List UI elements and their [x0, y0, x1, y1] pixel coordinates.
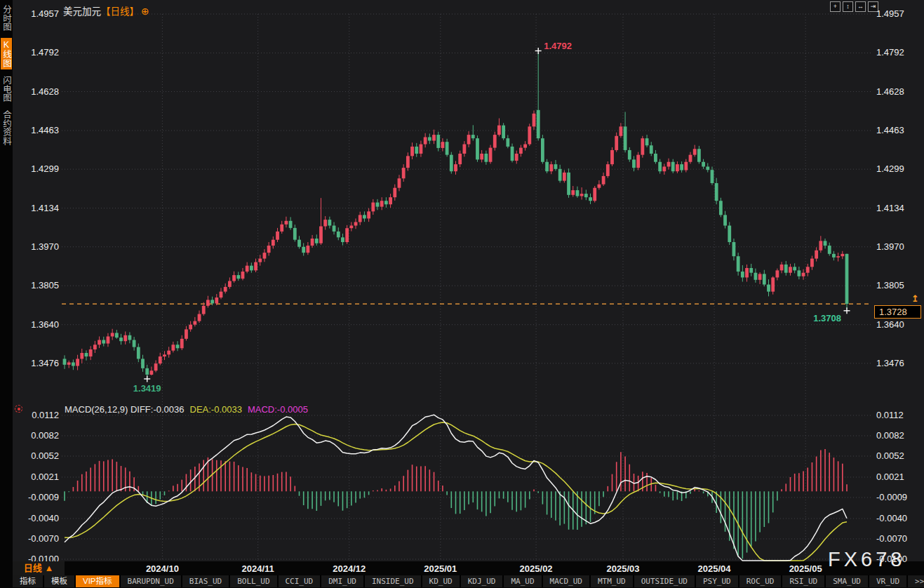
price-tick-label: 1.4792	[14, 47, 59, 58]
macd-tick-label: -0.0070	[14, 533, 59, 544]
price-tick-label: 1.4792	[876, 47, 921, 58]
tabs-overflow-button[interactable]: >>	[908, 575, 924, 587]
macd-tick-label: -0.0009	[876, 492, 921, 502]
price-tick-label: 1.4957	[14, 8, 59, 19]
indicator-tab-SMA_UD[interactable]: SMA_UD	[826, 575, 869, 587]
price-tick-label: 1.3970	[14, 241, 59, 252]
left-sidebar: 分时图K线图闪电图合约资料	[0, 0, 13, 588]
candlestick-series	[63, 53, 849, 376]
indicator-tab-BOLL_UD[interactable]: BOLL_UD	[230, 575, 278, 587]
period-selector[interactable]: 日线 ▲	[13, 561, 65, 575]
indicator-tab-指标[interactable]: 指标	[13, 575, 44, 587]
macd-header: MACD(26,12,9) DIFF:-0.0036DEA:-0.0033MAC…	[65, 404, 308, 415]
price-tick-label: 1.4299	[876, 163, 921, 174]
indicator-tab-KDJ_UD[interactable]: KDJ_UD	[461, 575, 504, 587]
price-tick-label: 1.3640	[876, 319, 921, 330]
sidebar-item-0[interactable]: 分时图	[1, 3, 12, 34]
indicator-tab-模板[interactable]: 模板	[44, 575, 76, 587]
price-tick-label: 1.4628	[14, 86, 59, 97]
sidebar-item-1[interactable]: K线图	[1, 38, 12, 69]
low-price-label: 1.3419	[125, 383, 170, 394]
price-tick-label: 1.4134	[876, 203, 921, 213]
indicator-tab-PSY_UD[interactable]: PSY_UD	[696, 575, 739, 587]
chart-toolbar: +↕↔⇥	[830, 1, 881, 12]
macd-tick-label: 0.0112	[876, 410, 921, 420]
date-label: 2025/02	[508, 563, 564, 574]
price-tick-label: 1.4299	[14, 163, 59, 174]
price-tick-label: 1.4134	[14, 203, 59, 213]
macd-diff-value: MACD(26,12,9) DIFF:-0.0036	[65, 404, 185, 415]
zoom-horizontal-icon[interactable]: ↔	[855, 1, 866, 12]
macd-tick-label: -0.0009	[14, 492, 59, 502]
indicator-tab-VIP指标[interactable]: VIP指标	[76, 575, 121, 587]
period-tag: 【日线】	[101, 6, 139, 17]
chart-window: 分时图K线图闪电图合约资料 美元加元【日线】⊕ +↕↔⇥ 1.49571.479…	[0, 0, 924, 588]
macd-tick-label: 0.0082	[14, 430, 59, 441]
date-label: 2024/10	[134, 563, 190, 574]
extreme-marker	[844, 307, 850, 314]
price-tick-label: 1.4628	[876, 86, 921, 97]
indicator-tab-bar: 指标模板VIP指标BARUPDN_UDBIAS_UDBOLL_UDCCI_UDD…	[13, 575, 924, 588]
macd-dea-value: DEA:-0.0033	[190, 404, 242, 415]
price-tick-label: 1.3970	[876, 241, 921, 252]
indicator-tab-MTM_UD[interactable]: MTM_UD	[591, 575, 634, 587]
macd-tick-label: -0.0070	[876, 533, 921, 544]
indicator-dot-icon[interactable]	[15, 405, 22, 413]
zoom-vertical-icon[interactable]: ↕	[843, 1, 853, 12]
indicator-tab-ROC_UD[interactable]: ROC_UD	[739, 575, 783, 587]
macd-tick-label: 0.0052	[876, 450, 921, 461]
price-tick-label: 1.3640	[14, 319, 59, 330]
price-tick-label: 1.3805	[876, 280, 921, 290]
indicator-tab-BIAS_UD[interactable]: BIAS_UD	[182, 575, 230, 587]
macd-macd-value: MACD:-0.0005	[248, 404, 308, 415]
macd-histogram	[65, 449, 847, 559]
price-tick-label: 1.4463	[876, 125, 921, 135]
sidebar-item-2[interactable]: 闪电图	[1, 74, 12, 105]
indicator-tab-INSIDE_UD[interactable]: INSIDE_UD	[365, 575, 422, 587]
extreme-marker	[144, 375, 150, 382]
price-tick-label: 1.4463	[14, 125, 59, 135]
sidebar-item-3[interactable]: 合约资料	[1, 108, 12, 147]
date-label: 2024/12	[321, 563, 377, 574]
tracked-price-box: 1.3728	[874, 305, 921, 319]
price-tick-label: 1.3476	[14, 358, 59, 368]
high-price-label: 1.4792	[544, 41, 572, 51]
add-compare-icon[interactable]: ⊕	[141, 6, 149, 17]
crosshair-icon[interactable]: +	[830, 1, 841, 12]
date-label: 2025/03	[595, 563, 651, 574]
indicator-tab-OUTSIDE_UD[interactable]: OUTSIDE_UD	[634, 575, 696, 587]
indicator-tab-CCI_UD[interactable]: CCI_UD	[279, 575, 322, 587]
date-label: 2025/04	[686, 563, 742, 574]
price-tick-label: 1.3476	[876, 358, 921, 368]
watermark: FX678	[828, 548, 905, 571]
indicator-tab-KD_UD[interactable]: KD_UD	[422, 575, 461, 587]
price-tick-label: 1.4957	[876, 8, 921, 19]
macd-tick-label: 0.0021	[876, 472, 921, 482]
price-tick-label: 1.3805	[14, 280, 59, 290]
indicator-tab-RSI_UD[interactable]: RSI_UD	[782, 575, 826, 587]
date-label: 2024/11	[230, 563, 286, 574]
macd-tick-label: -0.0040	[876, 513, 921, 523]
indicator-tab-MACD_UD[interactable]: MACD_UD	[543, 575, 591, 587]
period-label: 日线	[24, 563, 42, 573]
gridlines	[62, 14, 872, 559]
period-caret-icon: ▲	[44, 563, 53, 573]
date-label: 2025/05	[777, 563, 833, 574]
last-price-label: 1.3708	[788, 313, 841, 323]
chart-canvas[interactable]	[0, 0, 924, 561]
indicator-tab-DMI_UD[interactable]: DMI_UD	[321, 575, 365, 587]
macd-tick-label: 0.0021	[14, 472, 59, 482]
indicator-tab-VR_UD[interactable]: VR_UD	[869, 575, 908, 587]
symbol-name: 美元加元	[63, 6, 101, 17]
indicator-tab-BARUPDN_UD[interactable]: BARUPDN_UD	[121, 575, 182, 587]
scroll-to-latest-icon[interactable]: ↥	[911, 293, 919, 304]
macd-tick-label: -0.0040	[14, 513, 59, 523]
macd-tick-label: 0.0052	[14, 450, 59, 461]
date-label: 2025/01	[413, 563, 469, 574]
macd-tick-label: 0.0082	[876, 430, 921, 441]
indicator-tab-MA_UD[interactable]: MA_UD	[504, 575, 542, 587]
chart-title: 美元加元【日线】⊕	[63, 4, 149, 18]
